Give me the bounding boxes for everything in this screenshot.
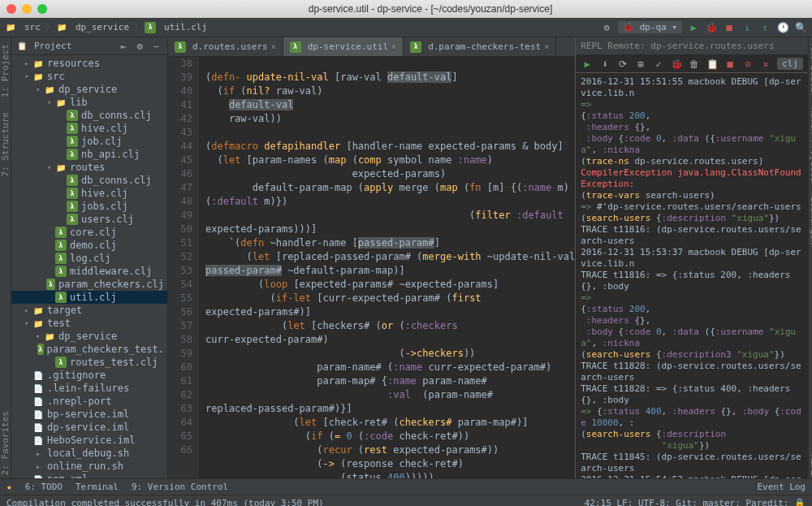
file-icon: 📄	[32, 396, 44, 407]
tree-item[interactable]: λnb_api.clj	[11, 148, 167, 161]
gear-icon[interactable]: ⚙	[133, 40, 146, 53]
tree-item[interactable]: λusers.clj	[11, 213, 167, 226]
tree-item[interactable]: 📄dp-service.iml	[11, 421, 167, 434]
encoding[interactable]: LF: UTF-8:	[616, 498, 670, 506]
breadcrumb-item[interactable]: src	[21, 20, 44, 34]
tool-maven[interactable]: Maven Projects	[809, 104, 812, 186]
minimize-window-icon[interactable]	[22, 4, 32, 14]
tool-project[interactable]: 1: Project	[0, 41, 11, 101]
clj-icon: λ	[67, 175, 78, 186]
repl-trash-icon[interactable]: 🗑	[688, 58, 701, 71]
tool-lein[interactable]: Leiningen	[809, 193, 812, 249]
run-config-selector[interactable]: 🐞 dp-qa ▾	[618, 21, 682, 33]
repl-lang-selector[interactable]: clj	[777, 58, 803, 70]
tree-item[interactable]: ▾📁lib	[11, 96, 167, 109]
tree-item[interactable]: λdb_conns.clj	[11, 174, 167, 187]
tree-item[interactable]: ▸online_run.sh	[11, 460, 167, 473]
git-branch[interactable]: Git: master:	[676, 498, 740, 506]
close-icon[interactable]: ×	[544, 42, 549, 51]
tree-label: hive.clj	[81, 188, 128, 199]
search-icon[interactable]: 🔍	[794, 21, 807, 34]
repl-history-icon[interactable]: 📋	[706, 58, 719, 71]
tree-item[interactable]: ▾📁dp_service	[11, 83, 167, 96]
tree-item[interactable]: λutil.clj	[11, 291, 167, 304]
repl-output[interactable]: 2016-12-31 15:51:55 macbook DEBUG [dp-se…	[576, 73, 808, 478]
tree-label: dp_service	[58, 331, 117, 342]
zoom-window-icon[interactable]	[37, 4, 47, 14]
tool-structure[interactable]: 7: Structure	[0, 109, 11, 179]
tool-ant[interactable]: Ant Build	[809, 41, 812, 96]
tree-item[interactable]: λparam_checkers.clj	[11, 278, 167, 291]
code-content[interactable]: (defn- update-nil-val [raw-val default-v…	[199, 57, 575, 478]
clj-icon: λ	[55, 253, 67, 264]
repl-run-icon[interactable]: ▶	[581, 58, 594, 71]
editor-tab[interactable]: λd.routes.users×	[168, 37, 283, 56]
breadcrumb-item[interactable]: dp_service	[72, 20, 132, 34]
tree-item[interactable]: λcore.clj	[11, 226, 167, 239]
tree-item[interactable]: λparam_checkers_test.	[11, 343, 167, 356]
repl-clear-icon[interactable]: ⊘	[741, 58, 754, 71]
breadcrumb-item[interactable]: util.clj	[161, 20, 210, 34]
tree-item[interactable]: λjob.clj	[11, 135, 167, 148]
tool-eventlog[interactable]: Event Log	[757, 482, 806, 492]
tree-item[interactable]: ▾📁test	[11, 317, 167, 330]
tree-label: routes	[70, 162, 105, 173]
gutter: 38 39 40 41 42 43 44 45 46 47 48 49 50 5…	[168, 57, 199, 478]
repl-sync-icon[interactable]: ⟳	[616, 58, 629, 71]
repl-load-icon[interactable]: ⬇	[598, 58, 611, 71]
run-icon[interactable]: ▶	[687, 21, 700, 34]
repl-debug-icon[interactable]: 🐞	[670, 58, 683, 71]
tree-item[interactable]: ▸📁resources	[11, 57, 167, 70]
stop-icon[interactable]: ■	[723, 21, 736, 34]
tree-item[interactable]: λjobs.clj	[11, 200, 167, 213]
editor-tab[interactable]: λd.param-checkers-test×	[404, 37, 556, 56]
tree-item[interactable]: λhive.clj	[11, 122, 167, 135]
tool-favorites[interactable]: 2: Favorites	[0, 408, 11, 478]
repl-test-icon[interactable]: ✓	[652, 58, 665, 71]
collapse-icon[interactable]: ⇤	[117, 40, 130, 53]
tab-label: dp-service.util	[308, 41, 388, 52]
repl-stop-icon[interactable]: ■	[723, 58, 736, 71]
vcs-update-icon[interactable]: ↓	[741, 21, 754, 34]
tool-terminal[interactable]: Terminal	[76, 482, 119, 492]
close-icon[interactable]: ×	[391, 42, 396, 51]
repl-close-icon[interactable]: ✕	[759, 58, 772, 71]
tool-vcs[interactable]: 9: Version Control	[132, 482, 228, 492]
folder-icon: 📁	[44, 84, 55, 95]
tree-item[interactable]: λmiddleware.clj	[11, 265, 167, 278]
hide-icon[interactable]: −	[149, 40, 162, 53]
tree-item[interactable]: 📄pom.xml	[11, 473, 167, 478]
clj-icon: λ	[55, 357, 67, 368]
tree-item[interactable]: 📄.nrepl-port	[11, 395, 167, 408]
compile-icon[interactable]: ⚙	[600, 21, 613, 34]
close-icon[interactable]: ×	[271, 42, 276, 51]
tree-item[interactable]: ▾📁dp_service	[11, 330, 167, 343]
vcs-commit-icon[interactable]: ↑	[758, 21, 771, 34]
chevron-right-icon: 〉	[45, 21, 54, 33]
tree-item[interactable]: λhive.clj	[11, 187, 167, 200]
paredit-mode[interactable]: Paredit:	[745, 498, 788, 506]
breadcrumb: 📁 src 〉 📁 dp_service 〉 λ util.clj	[5, 20, 597, 34]
tree-item[interactable]: ▾📁routes	[11, 161, 167, 174]
tool-todo[interactable]: 6: TODO	[25, 482, 63, 492]
tree-item[interactable]: 📄.lein-failures	[11, 382, 167, 395]
tree-item[interactable]: 📄HeboService.iml	[11, 434, 167, 447]
project-tree[interactable]: ▸📁resources▾📁src▾📁dp_service▾📁libλdb_con…	[11, 55, 167, 478]
debug-icon[interactable]: 🐞	[705, 21, 718, 34]
editor[interactable]: 38 39 40 41 42 43 44 45 46 47 48 49 50 5…	[168, 57, 575, 478]
tree-item[interactable]: 📄bp-service.iml	[11, 408, 167, 421]
tree-item[interactable]: λdemo.clj	[11, 239, 167, 252]
editor-tab[interactable]: λdp-service.util×	[283, 37, 404, 56]
tree-item[interactable]: ▸📁target	[11, 304, 167, 317]
tree-item[interactable]: ▾📁src	[11, 70, 167, 83]
tree-item[interactable]: 📄.gitignore	[11, 369, 167, 382]
tree-item[interactable]: λroutes_test.clj	[11, 356, 167, 369]
close-window-icon[interactable]	[6, 4, 16, 14]
repl-ns-icon[interactable]: ⊞	[634, 58, 647, 71]
vcs-history-icon[interactable]: 🕐	[776, 21, 789, 34]
tree-item[interactable]: ▸local_debug.sh	[11, 447, 167, 460]
tree-item[interactable]: λdb_conns.clj	[11, 109, 167, 122]
tree-item[interactable]: λlog.clj	[11, 252, 167, 265]
tree-label: test	[47, 318, 71, 329]
tool-repl[interactable]: REPL	[809, 451, 812, 479]
